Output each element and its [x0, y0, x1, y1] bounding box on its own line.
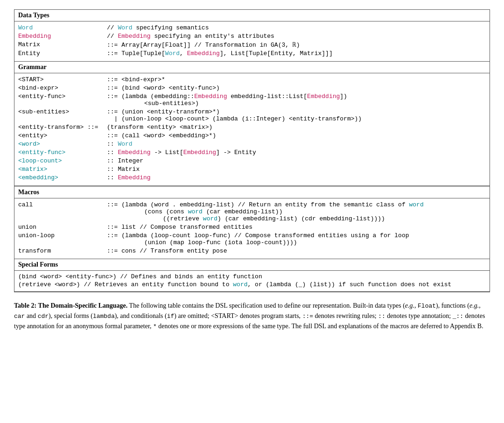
row-content: ::= cons // Transform entity pose	[107, 247, 486, 254]
table-row: <entity-transform> ::= (transform <entit…	[18, 124, 486, 131]
row-label: <entity-func>	[18, 149, 107, 156]
table-row: <embedding> :: Embedding	[18, 174, 486, 181]
table-row: Word // Word specifying semantics	[18, 24, 486, 31]
table-row: union ::= list // Compose transformed en…	[18, 224, 486, 231]
row-label: Word	[18, 24, 107, 31]
table-row: <entity> ::= (call <word> <embedding>*)	[18, 132, 486, 139]
table-row: call ::= (lambda (word . embedding-list)…	[18, 201, 486, 222]
row-label: <loop-count>	[18, 157, 107, 164]
row-label: <matrix>	[18, 166, 107, 173]
grammar-header: Grammar	[14, 61, 490, 73]
row-label: <entity-transform> ::=	[18, 124, 107, 131]
table-row: Embedding // Embedding specifying an ent…	[18, 33, 486, 40]
row-content: :: Integer	[107, 157, 486, 164]
grammar-body: <START> ::= <bind-expr>* <bind-expr> ::=…	[14, 73, 490, 185]
row-label: <START>	[18, 76, 107, 83]
caption-bold: The Domain-Specific Language.	[38, 302, 128, 309]
special-forms-header: Special Forms	[14, 259, 490, 271]
row-content: // Embedding specifying an entity's attr…	[107, 33, 486, 40]
row-content: :: Embedding -> List[Embedding] -> Entit…	[107, 149, 486, 156]
row-content: ::= (bind <word> <entity-func>)	[107, 85, 486, 92]
row-label: Embedding	[18, 33, 107, 40]
row-content: :: Embedding	[107, 174, 486, 181]
table-number: Table 2:	[14, 302, 36, 309]
table-row: (bind <word> <entity-func>) // Defines a…	[18, 273, 486, 280]
row-label: Entity	[18, 50, 107, 57]
table-row: <sub-entities> ::= (union <entity-transf…	[18, 108, 486, 122]
data-types-header: Data Types	[14, 10, 490, 21]
row-content: ::= Tuple[Tuple[Word, Embedding], List[T…	[107, 50, 486, 57]
table-row: union-loop ::= (lambda (loop-count loop-…	[18, 232, 486, 246]
row-label: <sub-entities>	[18, 108, 107, 115]
table-row: Entity ::= Tuple[Tuple[Word, Embedding],…	[18, 50, 486, 57]
data-types-body: Word // Word specifying semantics Embedd…	[14, 21, 490, 61]
row-label: Matrix	[18, 41, 107, 48]
row-label: <bind-expr>	[18, 85, 107, 92]
special-forms-body: (bind <word> <entity-func>) // Defines a…	[14, 271, 490, 291]
row-label: transform	[18, 247, 107, 254]
table-row: <START> ::= <bind-expr>*	[18, 76, 486, 83]
table-row: transform ::= cons // Transform entity p…	[18, 247, 486, 254]
row-label: call	[18, 201, 107, 208]
table-row: <word> :: Word	[18, 141, 486, 148]
table-row: Matrix ::= Array[Array[Float]] // Transf…	[18, 41, 486, 49]
macros-header: Macros	[14, 185, 490, 198]
main-table: Data Types Word // Word specifying seman…	[14, 9, 490, 292]
row-content: ::= Array[Array[Float]] // Transformatio…	[107, 41, 486, 49]
row-content: ::= list // Compose transformed entities	[107, 224, 486, 231]
table-caption: Table 2: The Domain-Specific Language. T…	[14, 301, 490, 331]
row-label: <entity>	[18, 132, 107, 139]
row-content: ::= (lambda (word . embedding-list) // R…	[107, 201, 486, 222]
row-label: union-loop	[18, 232, 107, 239]
type-word: Word	[18, 24, 33, 31]
row-content: ::= (lambda (embedding::Embedding embedd…	[107, 93, 486, 107]
type-embedding: Embedding	[18, 33, 51, 40]
row-content: :: Word	[107, 141, 486, 148]
row-label: <word>	[18, 141, 107, 148]
table-row: <entity-func> :: Embedding -> List[Embed…	[18, 149, 486, 156]
macros-body: call ::= (lambda (word . embedding-list)…	[14, 198, 490, 259]
row-label: <entity-func>	[18, 93, 107, 100]
row-content: ::= (union <entity-transform>*) | (union…	[107, 108, 486, 122]
row-label: union	[18, 224, 107, 231]
row-content: ::= (call <word> <embedding>*)	[107, 132, 486, 139]
table-row: <bind-expr> ::= (bind <word> <entity-fun…	[18, 85, 486, 92]
row-content: ::= <bind-expr>*	[107, 76, 486, 83]
table-row: (retrieve <word>) // Retrieves an entity…	[18, 281, 486, 288]
row-content: (transform <entity> <matrix>)	[107, 124, 486, 131]
row-label: <embedding>	[18, 174, 107, 181]
table-row: <entity-func> ::= (lambda (embedding::Em…	[18, 93, 486, 107]
row-content: ::= (lambda (loop-count loop-func) // Co…	[107, 232, 486, 246]
table-row: <loop-count> :: Integer	[18, 157, 486, 164]
table-row: <matrix> :: Matrix	[18, 166, 486, 173]
row-content: // Word specifying semantics	[107, 24, 486, 31]
row-content: :: Matrix	[107, 166, 486, 173]
